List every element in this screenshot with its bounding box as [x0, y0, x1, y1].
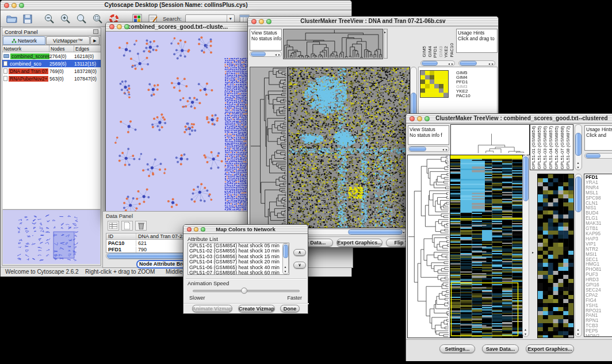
birdseye-overview[interactable] — [3, 209, 100, 264]
gene-label[interactable]: MON2 — [586, 334, 612, 337]
done-button[interactable]: Done — [280, 305, 300, 312]
gene-label[interactable]: PFD1 — [456, 80, 481, 85]
treeview1-zoom-heatmap[interactable] — [420, 70, 449, 98]
gene-label[interactable]: GTB1 — [586, 226, 612, 231]
tab-network[interactable]: Network — [3, 36, 45, 45]
usage-h-scrollbar[interactable]: ◂▸ — [584, 153, 612, 159]
network-list-row[interactable]: RNAPuberNov2+563(0)107847(0) — [2, 75, 101, 82]
close-button[interactable] — [251, 19, 257, 24]
minimize-button[interactable] — [194, 227, 198, 232]
tab-overflow-arrow[interactable]: ▶ — [90, 36, 100, 45]
array-column-label[interactable]: GPL51-07 (GSM868) — [560, 126, 565, 170]
treeview2-column-dendrogram[interactable] — [450, 124, 530, 155]
animate-vizmap-button[interactable]: Animate Vizmap — [192, 305, 232, 312]
gene-label[interactable]: GIM3 — [456, 85, 481, 89]
gene-label[interactable]: RPN1 — [586, 318, 612, 323]
rotated-gene-label[interactable]: PAC10 — [449, 43, 454, 58]
split-divider[interactable]: ▸ — [384, 29, 388, 59]
attribute-table-icon[interactable] — [108, 221, 119, 231]
gene-label[interactable]: PFD1 — [586, 175, 612, 180]
export-graphics-button[interactable]: Export Graphics... — [526, 344, 574, 353]
treeview2-v-scrollbar[interactable]: ▴▾ — [522, 155, 529, 337]
globalview-h-scrollbar[interactable]: ◂▸ — [420, 60, 455, 66]
zoom-selected-icon[interactable] — [91, 13, 104, 25]
zoom-button[interactable] — [266, 19, 271, 24]
gene-label[interactable]: CLN1 — [586, 201, 612, 206]
birdseye-canvas[interactable] — [3, 210, 99, 263]
gene-label[interactable]: NIS1 — [586, 205, 612, 210]
rotated-gene-label[interactable]: PFD1 — [433, 46, 438, 58]
zoom-in-icon[interactable] — [59, 13, 72, 25]
gene-label[interactable]: YSH1 — [586, 303, 612, 308]
new-document-icon[interactable] — [121, 221, 133, 231]
gene-label[interactable]: NTR2 — [586, 247, 612, 252]
dialog-titlebar[interactable]: Map Colors to Network — [183, 225, 308, 234]
gene-label[interactable]: SEC24 — [586, 288, 612, 293]
array-column-label[interactable]: GPL51-08 (GSM872) — [565, 126, 571, 170]
tab-vizmapper[interactable]: VizMapper™ — [46, 36, 90, 45]
rotated-gene-label[interactable]: YKE2 — [443, 46, 449, 58]
gene-label[interactable]: YKE2 — [456, 89, 481, 94]
gene-label[interactable]: GPI16 — [586, 282, 612, 288]
minimize-button[interactable] — [259, 19, 264, 24]
array-column-label[interactable]: GPL51-03 (GSM856) — [542, 126, 548, 170]
treeview2-heatmap[interactable] — [450, 155, 523, 338]
array-column-label[interactable]: GPL51-04 (GSM857) — [548, 126, 554, 170]
gene-label[interactable]: GIM4 — [456, 75, 481, 80]
gene-label[interactable]: MAK31 — [586, 221, 612, 226]
attribute-list-scrollbar[interactable]: ▴▾ — [282, 243, 289, 274]
gene-label[interactable]: TCB3 — [586, 323, 612, 328]
gene-label[interactable]: MSL1 — [586, 190, 612, 196]
main-titlebar[interactable]: Cytoscape Desktop (Session Name: collins… — [1, 1, 351, 10]
gene-label[interactable]: FIG4 — [586, 298, 612, 303]
network-list-row[interactable]: DNA and Tran 07769(0)183728(0) — [2, 67, 101, 75]
treeview1-titlebar[interactable]: ClusterMaker TreeView : DNA and Tran 07-… — [248, 17, 498, 26]
gene-label[interactable]: PAC10 — [456, 94, 481, 98]
globalview-v-scrollbar[interactable]: ▴▾ — [575, 124, 582, 170]
minimize-button[interactable] — [117, 24, 122, 29]
save-data-button[interactable]: Save Data... — [482, 344, 519, 353]
global-heatmap-v-scrollbar[interactable]: ▴▾ — [575, 174, 582, 337]
gene-label[interactable]: HAP3 — [586, 236, 612, 242]
usage-h-scrollbar[interactable]: ◂▸ — [458, 60, 495, 66]
treeview2-row-dendrogram[interactable] — [407, 155, 450, 338]
gene-label[interactable]: MSI1 — [586, 252, 612, 257]
slider-thumb[interactable] — [241, 288, 247, 294]
trash-icon[interactable] — [135, 221, 147, 231]
export-graphics-button[interactable]: Export Graphics... — [336, 239, 382, 247]
array-column-label[interactable]: GPL51-06 (GSM865) — [554, 126, 560, 170]
close-button[interactable] — [410, 116, 415, 121]
network-view-titlebar[interactable]: combined_scores_good.txt--cluste... — [106, 22, 253, 32]
zoom-out-icon[interactable] — [43, 13, 56, 25]
view-status-h-scrollbar[interactable]: ◂▸ — [408, 146, 449, 152]
gene-label[interactable]: HMG1 — [586, 262, 612, 267]
close-button[interactable] — [109, 24, 114, 29]
minimize-button[interactable] — [417, 116, 422, 121]
close-button[interactable] — [4, 3, 9, 8]
attribute-list[interactable]: GPL51-01 (GSM854) heat shock 05 minGPL51… — [188, 243, 289, 275]
gene-label[interactable]: VIP1 — [586, 242, 612, 247]
rotated-gene-label[interactable]: GIM4 — [427, 46, 433, 58]
attribute-list-item[interactable]: GPL51-07 (GSM868) heat shock 60 min — [188, 270, 289, 275]
move-down-button[interactable]: ∨ — [293, 262, 306, 269]
gene-label[interactable]: BUD4 — [586, 210, 612, 216]
gene-label[interactable]: ELG1 — [586, 216, 612, 221]
zoom-button[interactable] — [201, 227, 205, 232]
close-button[interactable] — [187, 227, 192, 232]
gene-label[interactable]: KAP95 — [586, 231, 612, 236]
gene-label[interactable]: GIM5 — [456, 71, 481, 75]
zoom-button[interactable] — [424, 116, 430, 121]
open-folder-icon[interactable] — [5, 13, 18, 25]
array-column-label[interactable]: GPL51-01 (GSM854) — [531, 126, 537, 170]
gene-label[interactable]: PHO81 — [586, 267, 612, 272]
treeview1-column-dendrogram[interactable] — [283, 29, 383, 59]
create-vizmap-button[interactable]: Create Vizmap — [238, 305, 275, 312]
view-status-h-scrollbar[interactable]: ◂▸ — [250, 51, 282, 57]
network-canvas[interactable] — [106, 32, 253, 214]
gene-label[interactable]: RNR4 — [586, 185, 612, 190]
gene-label[interactable]: SPC98 — [586, 196, 612, 201]
save-icon[interactable] — [21, 13, 34, 25]
split-arrow[interactable]: ▸ — [532, 251, 534, 254]
zoom-button[interactable] — [19, 3, 24, 8]
treeview1-row-dendrogram[interactable] — [250, 67, 288, 228]
